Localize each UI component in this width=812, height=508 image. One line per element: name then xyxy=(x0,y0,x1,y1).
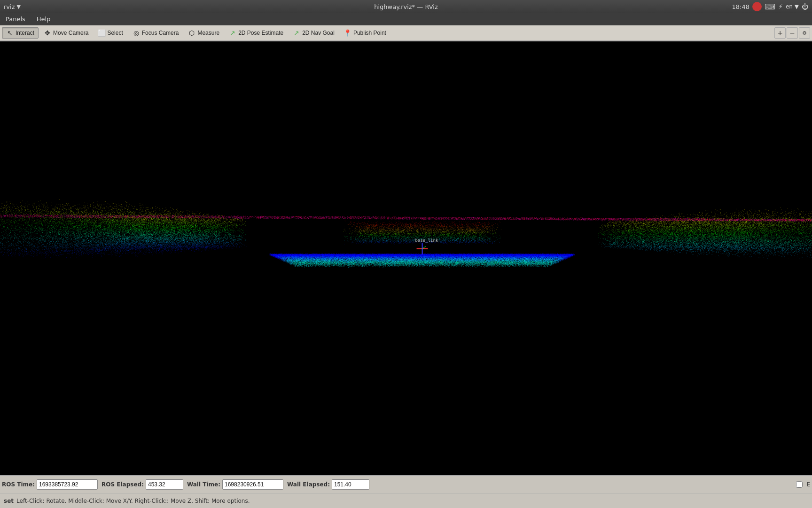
hint-text: Left-Click: Rotate. Middle-Click: Move X… xyxy=(16,498,250,504)
titlebar-right: 18:48 ⌨ ⚡ en ▼ ⏻ xyxy=(732,2,808,11)
nav-goal-button[interactable]: ↗ 2D Nav Goal xyxy=(289,27,339,39)
ros-elapsed-input[interactable] xyxy=(146,479,183,490)
zoom-out-button[interactable]: − xyxy=(787,27,798,39)
record-icon[interactable] xyxy=(752,2,762,11)
select-button[interactable]: ⬜ Select xyxy=(94,27,127,39)
sync-label: E xyxy=(806,481,810,488)
wall-elapsed-field: Wall Elapsed: xyxy=(287,479,369,490)
select-label: Select xyxy=(107,30,123,36)
zoom-settings-button[interactable]: ⚙ xyxy=(799,27,810,39)
ros-elapsed-label: ROS Elapsed: xyxy=(102,481,144,488)
viewport[interactable] xyxy=(0,41,812,475)
nav-goal-icon: ↗ xyxy=(293,29,300,37)
publish-point-icon: 📍 xyxy=(344,29,351,37)
focus-camera-button[interactable]: ◎ Focus Camera xyxy=(128,27,183,39)
publish-point-button[interactable]: 📍 Publish Point xyxy=(340,27,390,39)
measure-label: Measure xyxy=(197,30,219,36)
reset-label: set xyxy=(4,498,14,504)
ros-elapsed-field: ROS Elapsed: xyxy=(102,479,183,490)
wall-elapsed-input[interactable] xyxy=(332,479,369,490)
app-name: rviz xyxy=(4,3,15,10)
pointcloud-canvas[interactable] xyxy=(0,41,812,475)
move-camera-button[interactable]: ✥ Move Camera xyxy=(39,27,93,39)
focus-camera-label: Focus Camera xyxy=(142,30,179,36)
toolbar: ↖ Interact ✥ Move Camera ⬜ Select ◎ Focu… xyxy=(0,25,812,41)
interact-label: Interact xyxy=(16,30,34,36)
nav-goal-label: 2D Nav Goal xyxy=(302,30,335,36)
dropdown-icon[interactable]: ▼ xyxy=(16,4,20,10)
select-icon: ⬜ xyxy=(98,29,105,37)
wall-elapsed-label: Wall Elapsed: xyxy=(287,481,330,488)
keyboard-icon: ⌨ xyxy=(765,2,775,11)
titlebar: rviz ▼ highway.rviz* — RViz 18:48 ⌨ ⚡ en… xyxy=(0,0,812,13)
menu-panels[interactable]: Panels xyxy=(2,15,29,24)
ros-time-input[interactable] xyxy=(37,479,98,490)
network-icon: ⚡ xyxy=(778,3,783,10)
titlebar-left: rviz ▼ xyxy=(4,3,21,10)
focus-camera-icon: ◎ xyxy=(133,29,140,37)
menu-help[interactable]: Help xyxy=(33,15,55,24)
hintbar: set Left-Click: Rotate. Middle-Click: Mo… xyxy=(0,493,812,508)
interact-icon: ↖ xyxy=(6,29,14,37)
pose-estimate-button[interactable]: ↗ 2D Pose Estimate xyxy=(225,27,288,39)
measure-icon: ⬡ xyxy=(188,29,195,37)
pose-estimate-label: 2D Pose Estimate xyxy=(238,30,283,36)
move-camera-icon: ✥ xyxy=(44,29,51,37)
window-title: highway.rviz* — RViz xyxy=(374,3,438,10)
clock-display: 18:48 xyxy=(732,3,750,10)
zoom-in-button[interactable]: + xyxy=(774,27,786,39)
ros-time-field: ROS Time: xyxy=(2,479,98,490)
wall-time-field: Wall Time: xyxy=(187,479,283,490)
power-icon[interactable]: ⏻ xyxy=(802,3,808,10)
interact-button[interactable]: ↖ Interact xyxy=(2,27,39,39)
pose-estimate-icon: ↗ xyxy=(229,29,236,37)
wall-time-input[interactable] xyxy=(222,479,283,490)
move-camera-label: Move Camera xyxy=(53,30,88,36)
measure-button[interactable]: ⬡ Measure xyxy=(184,27,224,39)
ros-time-label: ROS Time: xyxy=(2,481,35,488)
lang-display[interactable]: en ▼ xyxy=(786,3,799,10)
menubar: Panels Help xyxy=(0,13,812,25)
sync-checkbox[interactable] xyxy=(796,481,803,488)
publish-point-label: Publish Point xyxy=(353,30,386,36)
wall-time-label: Wall Time: xyxy=(187,481,220,488)
statusbar: ROS Time: ROS Elapsed: Wall Time: Wall E… xyxy=(0,475,812,493)
